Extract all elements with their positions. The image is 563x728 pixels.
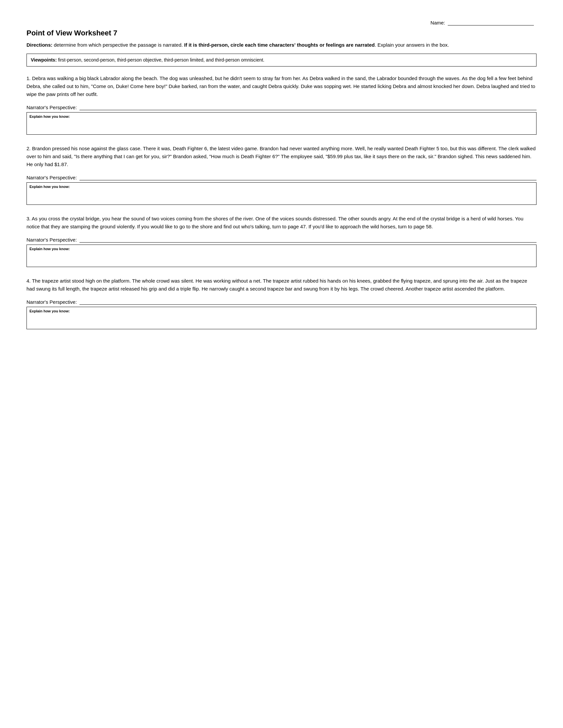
narrator-line-2: Narrator's Perspective: [26,174,537,180]
passage-text-3: 3. As you cross the crystal bridge, you … [26,215,537,231]
passage-text-1: 1. Debra was walking a big black Labrado… [26,74,537,98]
name-line: Name: [26,20,537,25]
page-title: Point of View Worksheet 7 [26,29,537,37]
viewpoints-box: Viewpoints: first-person, second-person,… [26,54,537,67]
name-label: Name: [431,20,445,25]
passage-body-2: Brandon pressed his nose against the gla… [26,146,536,167]
viewpoints-text: first-person, second-person, third-perso… [57,57,264,63]
explain-label-2: Explain how you know: [29,185,534,189]
explain-box-1[interactable]: Explain how you know: [26,112,537,135]
passage-section-3: 3. As you cross the crystal bridge, you … [26,215,537,267]
narrator-line-4: Narrator's Perspective: [26,299,537,305]
narrator-line-1: Narrator's Perspective: [26,104,537,110]
passage-number-3: 3. [26,216,31,221]
narrator-label-1: Narrator's Perspective: [26,105,77,110]
explain-box-4[interactable]: Explain how you know: [26,307,537,329]
passage-text-4: 4. The trapeze artist stood high on the … [26,277,537,293]
directions-bold: If it is third-person, circle each time … [184,42,375,48]
passage-number-4: 4. [26,278,31,284]
explain-label-3: Explain how you know: [29,247,534,251]
passage-section-2: 2. Brandon pressed his nose against the … [26,145,537,205]
passage-number-1: 1. [26,75,31,81]
passage-body-1: Debra was walking a big black Labrador a… [26,75,535,97]
narrator-label-3: Narrator's Perspective: [26,237,77,243]
narrator-label-4: Narrator's Perspective: [26,299,77,305]
narrator-underline-4 [79,299,537,305]
passage-number-2: 2. [26,146,31,151]
explain-label-1: Explain how you know: [29,114,534,118]
directions: Directions: determine from which perspec… [26,41,537,49]
narrator-underline-1 [79,104,537,110]
narrator-line-3: Narrator's Perspective: [26,237,537,243]
passage-text-2: 2. Brandon pressed his nose against the … [26,145,537,168]
explain-box-3[interactable]: Explain how you know: [26,245,537,267]
passage-body-3: As you cross the crystal bridge, you hea… [26,216,523,229]
directions-text: determine from which perspective the pas… [52,42,184,48]
passage-section-4: 4. The trapeze artist stood high on the … [26,277,537,329]
explain-label-4: Explain how you know: [29,309,534,313]
directions-prefix: Directions: [26,42,52,48]
narrator-label-2: Narrator's Perspective: [26,175,77,180]
narrator-underline-3 [79,237,537,243]
name-underline [448,20,534,25]
directions-suffix: . Explain your answers in the box. [375,42,449,48]
viewpoints-label: Viewpoints: [31,57,57,63]
narrator-underline-2 [79,174,537,180]
passage-body-4: The trapeze artist stood high on the pla… [26,278,527,292]
explain-box-2[interactable]: Explain how you know: [26,182,537,205]
passage-section-1: 1. Debra was walking a big black Labrado… [26,74,537,135]
